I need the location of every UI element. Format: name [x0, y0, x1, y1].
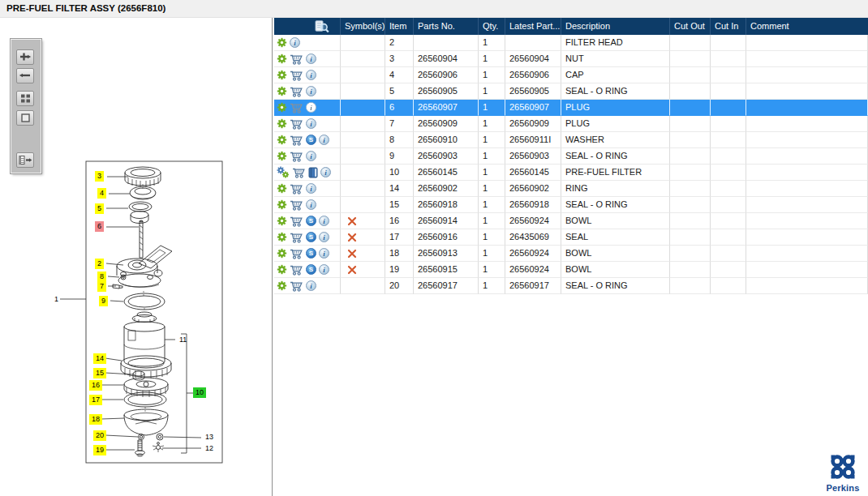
cart-icon[interactable] [290, 135, 303, 146]
cut-in-cell [711, 181, 746, 197]
table-row-item-8[interactable]: Si826560910126560911IWASHER [274, 132, 868, 148]
info-icon[interactable]: i [319, 135, 329, 145]
gear-icon[interactable] [277, 37, 287, 48]
info-icon[interactable]: i [319, 264, 329, 275]
s-icon[interactable]: S [306, 264, 316, 275]
zoom-in-button[interactable] [16, 49, 34, 65]
gear-multi-icon[interactable] [277, 166, 290, 178]
cart-icon[interactable] [290, 86, 303, 97]
book-icon[interactable] [308, 167, 318, 178]
diagram-callout-9[interactable]: 9 [99, 296, 108, 306]
diagram-callout-6[interactable]: 6 [95, 221, 104, 232]
diagram-callout-4[interactable]: 4 [97, 188, 106, 199]
fit-all-button[interactable] [16, 91, 34, 106]
table-row-item-19[interactable]: Si1926560915126560924BOWL [274, 262, 868, 278]
cart-icon[interactable] [290, 53, 303, 65]
column-header-comment: Comment [746, 18, 868, 35]
gear-icon[interactable] [277, 53, 287, 64]
cart-icon[interactable] [290, 280, 303, 292]
table-row-item-14[interactable]: i1426560902126560902RING [274, 181, 868, 197]
cut-in-cell [711, 165, 746, 181]
row-actions-cell: i [274, 116, 341, 132]
diagram-callout-19[interactable]: 19 [93, 445, 106, 455]
diagram-callout-16[interactable]: 16 [89, 380, 102, 391]
info-icon[interactable]: i [319, 232, 329, 242]
cart-icon[interactable] [290, 232, 303, 243]
table-row-item-2[interactable]: i21FILTER HEAD [274, 35, 868, 51]
gear-icon[interactable] [277, 216, 287, 226]
s-icon[interactable]: S [306, 135, 316, 145]
row-actions-cell: i [274, 165, 341, 181]
info-icon[interactable]: i [306, 118, 316, 129]
s-icon[interactable]: S [306, 216, 316, 226]
go-to-list-button[interactable] [16, 152, 34, 168]
gear-icon[interactable] [277, 183, 287, 194]
cart-icon[interactable] [290, 118, 303, 130]
table-row-item-16[interactable]: Si1626560914126560924BOWL [274, 213, 868, 229]
diagram-callout-18[interactable]: 18 [89, 414, 102, 425]
gear-icon[interactable] [277, 264, 287, 275]
description-cell: FILTER HEAD [561, 35, 670, 51]
gear-icon[interactable] [277, 70, 287, 80]
diagram-callout-15[interactable]: 15 [93, 368, 106, 378]
table-row-item-20[interactable]: i2026560917126560917SEAL - O RING [274, 278, 868, 294]
cart-icon[interactable] [290, 199, 303, 211]
diagram-callout-5[interactable]: 5 [95, 203, 104, 214]
diagram-callout-17[interactable]: 17 [89, 395, 102, 405]
s-icon[interactable]: S [306, 248, 316, 259]
qty-cell: 1 [479, 116, 505, 132]
gear-icon[interactable] [277, 199, 287, 210]
parts-search-icon[interactable] [315, 20, 329, 33]
cart-icon[interactable] [290, 102, 303, 113]
info-icon[interactable]: i [306, 183, 316, 194]
diagram-callout-2[interactable]: 2 [95, 259, 104, 269]
table-row-item-18[interactable]: Si1826560913126560924BOWL [274, 246, 868, 262]
info-icon[interactable]: i [306, 199, 316, 210]
table-row-item-10[interactable]: i1026560145126560145PRE-FUEL FILTER [274, 165, 868, 181]
gear-icon[interactable] [277, 118, 287, 129]
diagram-callout-20[interactable]: 20 [93, 430, 106, 441]
gear-icon[interactable] [277, 232, 287, 242]
info-icon[interactable]: i [306, 151, 316, 161]
info-icon[interactable]: i [319, 216, 329, 226]
perkins-logo-icon [828, 454, 857, 480]
symbols-cell [341, 181, 385, 197]
table-row-item-9[interactable]: i926560903126560903SEAL - O RING [274, 148, 868, 165]
gear-icon[interactable] [277, 151, 287, 161]
info-icon[interactable]: i [290, 37, 300, 48]
cart-icon[interactable] [290, 151, 303, 162]
diagram-callout-10[interactable]: 10 [193, 387, 206, 398]
cart-icon[interactable] [290, 70, 303, 81]
cart-icon[interactable] [290, 216, 303, 227]
gear-icon[interactable] [277, 102, 287, 113]
info-icon[interactable]: i [306, 102, 316, 113]
info-icon[interactable]: i [320, 167, 331, 177]
zoom-out-button[interactable] [16, 68, 34, 83]
gear-icon[interactable] [277, 86, 287, 96]
info-icon[interactable]: i [306, 280, 316, 291]
table-row-item-3[interactable]: i326560904126560904NUT [274, 51, 868, 67]
gear-icon[interactable] [277, 280, 287, 291]
info-icon[interactable]: i [306, 53, 316, 64]
gear-icon[interactable] [277, 135, 287, 145]
cart-icon[interactable] [292, 167, 306, 178]
table-row-item-4[interactable]: i426560906126560906CAP [274, 67, 868, 83]
table-row-item-6[interactable]: i626560907126560907PLUG [274, 100, 868, 116]
diagram-callout-14[interactable]: 14 [93, 353, 106, 364]
info-icon[interactable]: i [306, 70, 316, 80]
s-icon[interactable]: S [306, 232, 316, 242]
info-icon[interactable]: i [319, 248, 329, 259]
zoom-window-button[interactable] [16, 110, 34, 126]
info-icon[interactable]: i [306, 86, 316, 96]
table-row-item-7[interactable]: i726560909126560909PLUG [274, 116, 868, 132]
cart-icon[interactable] [290, 248, 303, 259]
gear-icon[interactable] [277, 248, 287, 259]
table-row-item-17[interactable]: Si1726560916126435069SEAL [274, 229, 868, 246]
cart-icon[interactable] [290, 183, 303, 195]
table-row-item-5[interactable]: i526560905126560905SEAL - O RING [274, 83, 868, 100]
table-row-item-15[interactable]: i1526560918126560918SEAL - O RING [274, 197, 868, 213]
cart-icon[interactable] [290, 264, 303, 276]
diagram-callout-3[interactable]: 3 [95, 171, 104, 182]
latest-part-cell: 26560902 [505, 181, 561, 197]
diagram-callout-7[interactable]: 7 [97, 281, 106, 292]
